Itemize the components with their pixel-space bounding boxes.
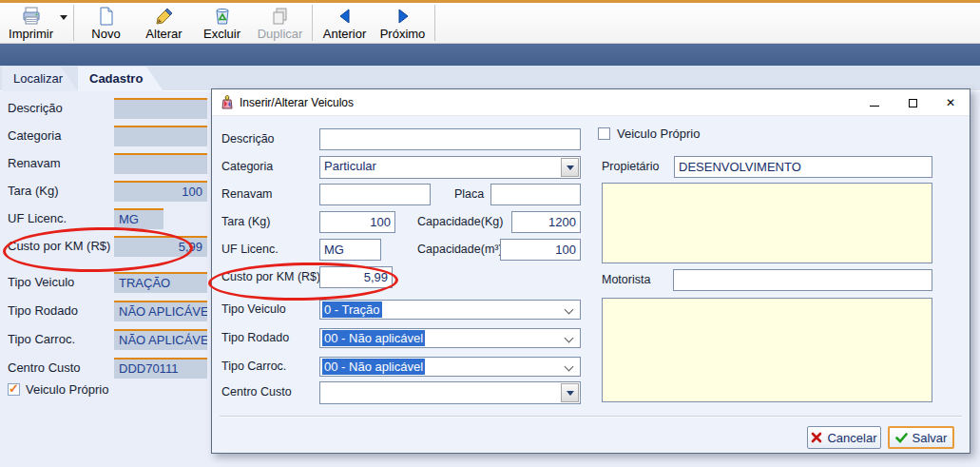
cancel-x-icon	[811, 432, 822, 443]
centro-custo-combobox[interactable]	[319, 381, 581, 404]
field-label: Categoria	[8, 126, 61, 146]
renavam-field[interactable]	[114, 153, 207, 174]
salvar-button[interactable]: Salvar	[888, 426, 954, 449]
renavam-input[interactable]	[319, 184, 431, 205]
toolbar-separator	[434, 5, 435, 41]
tipo-veiculo-label: Tipo Veiculo	[221, 302, 286, 316]
tara-input[interactable]: 100	[319, 211, 395, 233]
close-button[interactable]: ✕	[932, 89, 970, 116]
field-label: Centro Custo	[8, 358, 81, 379]
tipo-veiculo-field[interactable]: TRAÇÃO	[114, 272, 207, 293]
duplicar-button: Duplicar	[251, 3, 309, 43]
categoria-dropdown-button[interactable]	[561, 158, 579, 177]
maximize-icon	[909, 99, 917, 107]
footer-separator	[220, 416, 962, 418]
title-band	[0, 44, 980, 66]
imprimir-button[interactable]: Imprimir	[2, 3, 60, 43]
chevron-down-icon	[565, 334, 574, 343]
field-label: Tipo Carroc.	[8, 329, 75, 350]
centro-custo-field[interactable]: DDD70111	[114, 358, 207, 379]
pencil-icon	[154, 6, 175, 27]
uf-licenc-label: UF Licenc.	[221, 243, 279, 256]
tipo-carroc-label: Tipo Carroc.	[221, 360, 286, 373]
descricao-input[interactable]	[319, 128, 581, 150]
chevron-down-icon	[565, 305, 574, 315]
main-toolbar: Imprimir Novo Alterar	[0, 3, 980, 44]
field-label: Descrição	[8, 98, 63, 119]
tab-strip: Localizar Cadastro	[0, 66, 980, 91]
proprietario-label: Propietário	[602, 160, 659, 173]
proximo-button[interactable]: Próximo	[374, 3, 432, 43]
anterior-button[interactable]: Anterior	[316, 3, 374, 43]
toolbar-separator	[73, 5, 74, 41]
dialog-veiculo-proprio-label: Veiculo Próprio	[617, 126, 700, 141]
duplicate-icon	[271, 6, 290, 27]
categoria-label: Categoria	[221, 160, 273, 173]
proprietario-input[interactable]: DESENVOLVIMENTO	[674, 156, 932, 178]
triangle-down-icon	[567, 391, 574, 396]
triangle-down-icon	[567, 165, 574, 170]
close-icon: ✕	[946, 97, 955, 108]
capacidade-m3-label: Capacidade(m³)	[417, 243, 503, 256]
dialog-veiculo-proprio-checkbox[interactable]	[598, 127, 610, 140]
tab-cadastro[interactable]: Cadastro	[78, 67, 163, 91]
arrow-right-icon	[394, 6, 413, 27]
toolbar-group-crud: Novo Alterar Excluir	[75, 3, 311, 43]
tipo-rodado-combobox[interactable]: 00 - Não aplicável	[319, 328, 581, 348]
veiculo-proprio-label: Veiculo Próprio	[26, 382, 108, 397]
veiculo-proprio-checkbox[interactable]	[8, 383, 20, 396]
field-label: Tara (Kg)	[8, 181, 58, 202]
recycle-bin-icon	[212, 6, 233, 27]
categoria-combobox[interactable]: Particular	[319, 156, 581, 179]
tara-field[interactable]: 100	[114, 181, 207, 202]
minimize-icon	[870, 106, 879, 107]
tipo-rodado-label: Tipo Rodado	[221, 331, 289, 344]
excluir-button[interactable]: Excluir	[193, 3, 251, 43]
capacidade-kg-input[interactable]: 1200	[511, 211, 581, 233]
placa-input[interactable]	[490, 184, 581, 205]
annotation-circle-left	[3, 225, 194, 273]
descricao-label: Descrição	[221, 132, 275, 146]
capacidade-m3-input[interactable]: 100	[500, 239, 581, 261]
arrow-left-icon	[336, 6, 355, 27]
field-label: Tipo Rodado	[8, 301, 78, 321]
alterar-button[interactable]: Alterar	[135, 3, 193, 43]
placa-label: Placa	[454, 187, 484, 201]
new-document-icon	[97, 6, 116, 27]
chevron-down-icon	[565, 362, 574, 372]
categoria-field[interactable]	[114, 126, 207, 146]
field-label: Renavam	[8, 153, 61, 174]
centro-custo-label: Centro Custo	[221, 385, 292, 399]
motorista-label: Motorista	[602, 273, 650, 286]
tab-localizar[interactable]: Localizar	[2, 67, 78, 91]
dialog-title: Inserir/Alterar Veiculos	[240, 96, 354, 109]
dialog-titlebar[interactable]: Inserir/Alterar Veiculos ✕	[212, 89, 970, 116]
proprietario-memo[interactable]	[602, 183, 932, 263]
motorista-memo[interactable]	[602, 298, 932, 402]
motorista-input[interactable]	[673, 269, 932, 291]
maximize-button[interactable]	[894, 89, 932, 116]
renavam-label: Renavam	[221, 187, 273, 201]
uf-licenc-field[interactable]: MG	[114, 208, 163, 229]
minimize-button[interactable]	[855, 89, 894, 116]
tipo-carroc-combobox[interactable]: 00 - Não aplicável	[319, 357, 581, 377]
capacidade-kg-label: Capacidade(Kg)	[417, 215, 503, 228]
tara-label: Tara (Kg)	[221, 215, 270, 228]
uf-licenc-input[interactable]: MG	[319, 239, 381, 261]
cancelar-button[interactable]: Cancelar	[807, 426, 881, 449]
imprimir-label: Imprimir	[9, 27, 53, 41]
save-check-icon	[895, 433, 908, 443]
printer-icon	[21, 6, 42, 27]
toolbar-group-print: Imprimir	[0, 3, 72, 43]
tipo-rodado-field[interactable]: NÃO APLICÁVEL	[114, 301, 207, 321]
field-label: Tipo Veiculo	[8, 272, 74, 293]
tipo-carroc-field[interactable]: NÃO APLICÁVEL	[114, 329, 207, 350]
centro-custo-dropdown-button[interactable]	[561, 383, 579, 402]
toolbar-group-nav: Anterior Próximo	[314, 3, 433, 43]
imprimir-dropdown-icon[interactable]	[60, 15, 67, 20]
tipo-veiculo-combobox[interactable]: 0 - Tração	[319, 300, 581, 320]
dialog-app-icon	[220, 95, 234, 110]
novo-button[interactable]: Novo	[77, 3, 135, 43]
descricao-field[interactable]	[114, 98, 207, 119]
toolbar-separator	[312, 5, 313, 41]
